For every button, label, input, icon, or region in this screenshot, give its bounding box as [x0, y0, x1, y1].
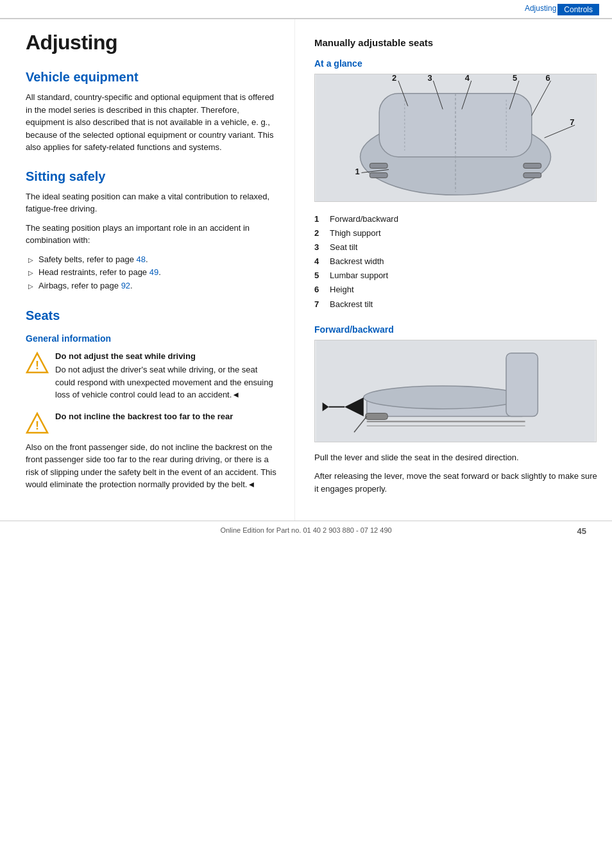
warning-title-1: Do not adjust the seat while driving [55, 350, 276, 363]
list-item: Airbags, refer to page 92. [28, 280, 276, 293]
vehicle-equipment-text: All standard, country-specific and optio… [26, 91, 276, 154]
svg-text:1: 1 [355, 167, 360, 176]
list-item-1: 1 Forward/backward [314, 212, 599, 226]
svg-text:!: ! [35, 419, 39, 432]
item-num: 3 [314, 240, 330, 255]
svg-text:!: ! [35, 359, 39, 372]
svg-rect-24 [370, 163, 387, 169]
item-num: 2 [314, 226, 330, 240]
svg-rect-25 [370, 172, 387, 178]
sitting-safely-heading: Sitting safely [26, 169, 276, 184]
list-item-3: 3 Seat tilt [314, 240, 599, 255]
page-link-92[interactable]: 92 [121, 281, 130, 290]
warning-text-2: Do not incline the backrest too far to t… [55, 410, 233, 424]
warning-title-2: Do not incline the backrest too far to t… [55, 410, 233, 423]
svg-rect-27 [523, 172, 541, 178]
page-body: Adjusting Vehicle equipment All standard… [0, 19, 612, 521]
item-label: Seat tilt [330, 240, 357, 255]
svg-text:4: 4 [465, 74, 470, 83]
manually-adjustable-seats-heading: Manually adjustable seats [314, 37, 599, 48]
at-a-glance-subheading: At a glance [314, 58, 599, 69]
forward-backward-text1: Pull the lever and slide the seat in the… [314, 451, 599, 464]
list-item: Head restraints, refer to page 49. [28, 266, 276, 280]
item-num: 5 [314, 269, 330, 283]
warning-block-1: ! Do not adjust the seat while driving D… [26, 350, 276, 401]
item-num: 1 [314, 212, 330, 226]
list-item: Safety belts, refer to page 48. [28, 253, 276, 267]
page-number: 45 [577, 526, 586, 536]
bullet-text: Safety belts, refer to page [38, 255, 136, 264]
svg-text:2: 2 [392, 74, 396, 83]
seat-top-diagram: 1 2 3 4 5 6 7 [314, 74, 597, 202]
seat-side-diagram [314, 340, 597, 442]
list-item-5: 5 Lumbar support [314, 269, 599, 283]
item-label: Backrest width [330, 255, 384, 269]
item-label: Lumbar support [330, 269, 388, 283]
item-num: 6 [314, 283, 330, 297]
item-label: Backrest tilt [330, 297, 373, 312]
header-bar: Adjusting Controls [0, 0, 612, 19]
sitting-safely-text2: The seating position plays an important … [26, 222, 276, 247]
header-controls: Controls [557, 4, 599, 15]
svg-text:6: 6 [546, 74, 550, 83]
seat-features-list: 1 Forward/backward 2 Thigh support 3 Sea… [314, 212, 599, 312]
warning-block-2: ! Do not incline the backrest too far to… [26, 410, 276, 491]
item-num: 7 [314, 297, 330, 312]
left-column: Adjusting Vehicle equipment All standard… [0, 19, 295, 521]
svg-rect-26 [523, 163, 541, 169]
seats-heading: Seats [26, 308, 276, 323]
list-item-4: 4 Backrest width [314, 255, 599, 269]
right-column: Manually adjustable seats At a glance [295, 19, 612, 521]
warning-icon-1: ! [26, 351, 49, 374]
page-title: Adjusting [26, 31, 276, 54]
vehicle-equipment-heading: Vehicle equipment [26, 70, 276, 85]
warning-body-1: Do not adjust the driver's seat while dr… [55, 365, 273, 399]
bullet-text: Head restraints, refer to page [38, 267, 149, 277]
warning-text-1: Do not adjust the seat while driving Do … [55, 350, 276, 401]
svg-text:5: 5 [513, 74, 517, 83]
page-link-49[interactable]: 49 [149, 267, 158, 277]
warning-box-2: ! Do not incline the backrest too far to… [26, 410, 276, 435]
list-item-7: 7 Backrest tilt [314, 297, 599, 312]
svg-text:3: 3 [427, 74, 432, 83]
svg-point-30 [364, 386, 522, 409]
sitting-safely-text1: The ideal seating position can make a vi… [26, 190, 276, 215]
item-label: Height [330, 283, 354, 297]
svg-text:7: 7 [570, 117, 574, 127]
item-label: Thigh support [330, 226, 381, 240]
warning-body-2: Also on the front passenger side, do not… [26, 441, 276, 491]
sitting-safely-bullets: Safety belts, refer to page 48. Head res… [28, 253, 276, 293]
forward-backward-text2: After releasing the lever, move the seat… [314, 470, 599, 495]
list-item-2: 2 Thigh support [314, 226, 599, 240]
svg-rect-35 [366, 413, 388, 419]
item-label: Forward/backward [330, 212, 398, 226]
warning-box-1: ! Do not adjust the seat while driving D… [26, 350, 276, 401]
bullet-text: Airbags, refer to page [38, 281, 121, 290]
warning-icon-2: ! [26, 412, 49, 435]
svg-rect-31 [506, 353, 538, 416]
general-info-subheading: General information [26, 333, 276, 344]
item-num: 4 [314, 255, 330, 269]
list-item-6: 6 Height [314, 283, 599, 297]
header-adjusting: Adjusting [525, 4, 556, 15]
footer-text: Online Edition for Part no. 01 40 2 903 … [220, 526, 391, 534]
page-footer: Online Edition for Part no. 01 40 2 903 … [0, 521, 612, 539]
page-link-48[interactable]: 48 [136, 255, 145, 264]
forward-backward-subheading: Forward/backward [314, 324, 599, 335]
